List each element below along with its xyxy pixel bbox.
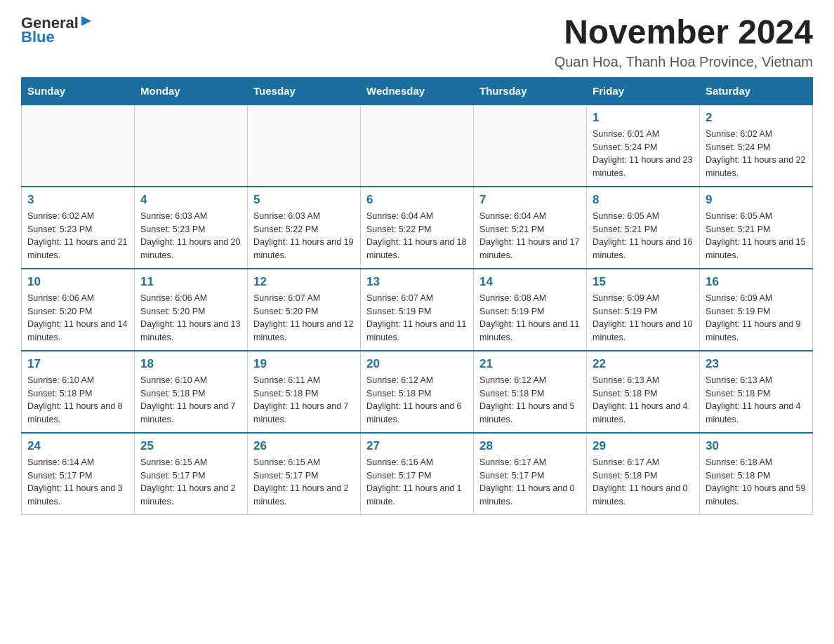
calendar-cell: 13Sunrise: 6:07 AMSunset: 5:19 PMDayligh…: [361, 269, 474, 351]
day-number: 30: [706, 439, 807, 453]
day-number: 14: [479, 275, 581, 289]
calendar-cell: [474, 105, 587, 187]
calendar-cell: 5Sunrise: 6:03 AMSunset: 5:22 PMDaylight…: [248, 187, 361, 269]
calendar-body: 1Sunrise: 6:01 AMSunset: 5:24 PMDaylight…: [22, 105, 813, 515]
day-info: Sunrise: 6:06 AMSunset: 5:20 PMDaylight:…: [27, 292, 128, 344]
calendar-cell: 19Sunrise: 6:11 AMSunset: 5:18 PMDayligh…: [248, 351, 361, 433]
title-section: November 2024 Quan Hoa, Thanh Hoa Provin…: [555, 14, 813, 70]
day-info: Sunrise: 6:08 AMSunset: 5:19 PMDaylight:…: [479, 292, 581, 344]
calendar-cell: 26Sunrise: 6:15 AMSunset: 5:17 PMDayligh…: [248, 433, 361, 515]
page-header: General Blue November 2024 Quan Hoa, Tha…: [21, 14, 813, 70]
day-number: 1: [593, 111, 694, 125]
day-number: 25: [140, 439, 241, 453]
calendar-cell: [248, 105, 361, 187]
svg-marker-0: [81, 16, 91, 26]
page-title: November 2024: [555, 14, 813, 51]
calendar-cell: 24Sunrise: 6:14 AMSunset: 5:17 PMDayligh…: [22, 433, 135, 515]
day-number: 6: [366, 193, 468, 207]
page-subtitle: Quan Hoa, Thanh Hoa Province, Vietnam: [555, 54, 813, 70]
calendar-cell: 7Sunrise: 6:04 AMSunset: 5:21 PMDaylight…: [474, 187, 587, 269]
day-number: 17: [27, 357, 128, 371]
day-number: 12: [253, 275, 355, 289]
calendar-cell: 27Sunrise: 6:16 AMSunset: 5:17 PMDayligh…: [361, 433, 474, 515]
calendar-cell: [135, 105, 248, 187]
day-number: 11: [140, 275, 241, 289]
calendar-day-header: Tuesday: [248, 77, 361, 105]
calendar-day-header: Saturday: [700, 77, 813, 105]
calendar-cell: 30Sunrise: 6:18 AMSunset: 5:18 PMDayligh…: [700, 433, 813, 515]
day-number: 10: [27, 275, 128, 289]
logo: General Blue: [21, 14, 94, 46]
calendar-cell: 1Sunrise: 6:01 AMSunset: 5:24 PMDaylight…: [587, 105, 700, 187]
calendar-cell: 8Sunrise: 6:05 AMSunset: 5:21 PMDaylight…: [587, 187, 700, 269]
day-info: Sunrise: 6:07 AMSunset: 5:20 PMDaylight:…: [253, 292, 355, 344]
day-number: 9: [706, 193, 807, 207]
calendar-cell: 6Sunrise: 6:04 AMSunset: 5:22 PMDaylight…: [361, 187, 474, 269]
day-number: 8: [593, 193, 694, 207]
day-number: 3: [27, 193, 128, 207]
calendar-cell: 2Sunrise: 6:02 AMSunset: 5:24 PMDaylight…: [700, 105, 813, 187]
calendar-week-row: 3Sunrise: 6:02 AMSunset: 5:23 PMDaylight…: [22, 187, 813, 269]
day-number: 23: [706, 357, 807, 371]
day-info: Sunrise: 6:13 AMSunset: 5:18 PMDaylight:…: [593, 374, 694, 427]
day-info: Sunrise: 6:11 AMSunset: 5:18 PMDaylight:…: [253, 374, 355, 427]
calendar-cell: 12Sunrise: 6:07 AMSunset: 5:20 PMDayligh…: [248, 269, 361, 351]
day-number: 2: [706, 111, 807, 125]
day-info: Sunrise: 6:16 AMSunset: 5:17 PMDaylight:…: [366, 456, 468, 509]
calendar-cell: 11Sunrise: 6:06 AMSunset: 5:20 PMDayligh…: [135, 269, 248, 351]
day-number: 4: [140, 193, 241, 207]
day-number: 28: [479, 439, 581, 453]
day-info: Sunrise: 6:09 AMSunset: 5:19 PMDaylight:…: [706, 292, 807, 344]
calendar-cell: 14Sunrise: 6:08 AMSunset: 5:19 PMDayligh…: [474, 269, 587, 351]
day-info: Sunrise: 6:04 AMSunset: 5:22 PMDaylight:…: [366, 210, 468, 262]
day-info: Sunrise: 6:14 AMSunset: 5:17 PMDaylight:…: [27, 456, 128, 509]
calendar-cell: 16Sunrise: 6:09 AMSunset: 5:19 PMDayligh…: [700, 269, 813, 351]
calendar-week-row: 17Sunrise: 6:10 AMSunset: 5:18 PMDayligh…: [22, 351, 813, 433]
day-number: 16: [706, 275, 807, 289]
day-number: 18: [140, 357, 241, 371]
day-number: 20: [366, 357, 468, 371]
calendar-day-header: Thursday: [474, 77, 587, 105]
day-info: Sunrise: 6:10 AMSunset: 5:18 PMDaylight:…: [140, 374, 241, 427]
day-number: 7: [479, 193, 581, 207]
day-info: Sunrise: 6:05 AMSunset: 5:21 PMDaylight:…: [706, 210, 807, 262]
day-info: Sunrise: 6:15 AMSunset: 5:17 PMDaylight:…: [253, 456, 355, 509]
day-info: Sunrise: 6:12 AMSunset: 5:18 PMDaylight:…: [479, 374, 581, 427]
day-info: Sunrise: 6:18 AMSunset: 5:18 PMDaylight:…: [706, 456, 807, 509]
calendar-header-row: SundayMondayTuesdayWednesdayThursdayFrid…: [22, 77, 813, 105]
calendar-cell: [361, 105, 474, 187]
calendar-cell: 15Sunrise: 6:09 AMSunset: 5:19 PMDayligh…: [587, 269, 700, 351]
calendar-day-header: Sunday: [22, 77, 135, 105]
day-number: 21: [479, 357, 581, 371]
calendar-cell: 20Sunrise: 6:12 AMSunset: 5:18 PMDayligh…: [361, 351, 474, 433]
day-info: Sunrise: 6:06 AMSunset: 5:20 PMDaylight:…: [140, 292, 241, 344]
calendar-day-header: Monday: [135, 77, 248, 105]
calendar-cell: 28Sunrise: 6:17 AMSunset: 5:17 PMDayligh…: [474, 433, 587, 515]
day-info: Sunrise: 6:07 AMSunset: 5:19 PMDaylight:…: [366, 292, 468, 344]
day-number: 15: [593, 275, 694, 289]
calendar-cell: 21Sunrise: 6:12 AMSunset: 5:18 PMDayligh…: [474, 351, 587, 433]
day-number: 29: [593, 439, 694, 453]
calendar-cell: 9Sunrise: 6:05 AMSunset: 5:21 PMDaylight…: [700, 187, 813, 269]
day-info: Sunrise: 6:01 AMSunset: 5:24 PMDaylight:…: [593, 128, 694, 180]
calendar-header: SundayMondayTuesdayWednesdayThursdayFrid…: [22, 77, 813, 105]
calendar-week-row: 10Sunrise: 6:06 AMSunset: 5:20 PMDayligh…: [22, 269, 813, 351]
day-info: Sunrise: 6:12 AMSunset: 5:18 PMDaylight:…: [366, 374, 468, 427]
day-number: 22: [593, 357, 694, 371]
day-info: Sunrise: 6:13 AMSunset: 5:18 PMDaylight:…: [706, 374, 807, 427]
calendar-week-row: 1Sunrise: 6:01 AMSunset: 5:24 PMDaylight…: [22, 105, 813, 187]
day-number: 19: [253, 357, 355, 371]
day-number: 13: [366, 275, 468, 289]
calendar-cell: 29Sunrise: 6:17 AMSunset: 5:18 PMDayligh…: [587, 433, 700, 515]
calendar-cell: 18Sunrise: 6:10 AMSunset: 5:18 PMDayligh…: [135, 351, 248, 433]
day-number: 27: [366, 439, 468, 453]
day-info: Sunrise: 6:10 AMSunset: 5:18 PMDaylight:…: [27, 374, 128, 427]
calendar-cell: 4Sunrise: 6:03 AMSunset: 5:23 PMDaylight…: [135, 187, 248, 269]
logo-icon: [81, 15, 94, 27]
calendar-cell: 25Sunrise: 6:15 AMSunset: 5:17 PMDayligh…: [135, 433, 248, 515]
calendar-cell: 23Sunrise: 6:13 AMSunset: 5:18 PMDayligh…: [700, 351, 813, 433]
day-info: Sunrise: 6:04 AMSunset: 5:21 PMDaylight:…: [479, 210, 581, 262]
day-info: Sunrise: 6:02 AMSunset: 5:23 PMDaylight:…: [27, 210, 128, 262]
calendar-cell: 22Sunrise: 6:13 AMSunset: 5:18 PMDayligh…: [587, 351, 700, 433]
calendar-cell: [22, 105, 135, 187]
